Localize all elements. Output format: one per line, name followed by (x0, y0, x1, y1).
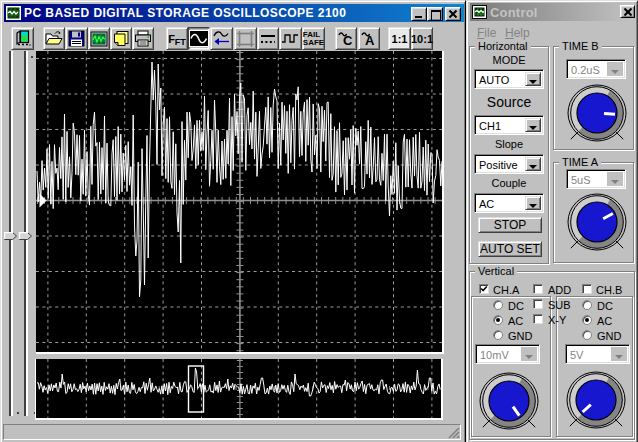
svg-text:C: C (343, 33, 353, 47)
svg-text:A: A (365, 33, 375, 47)
